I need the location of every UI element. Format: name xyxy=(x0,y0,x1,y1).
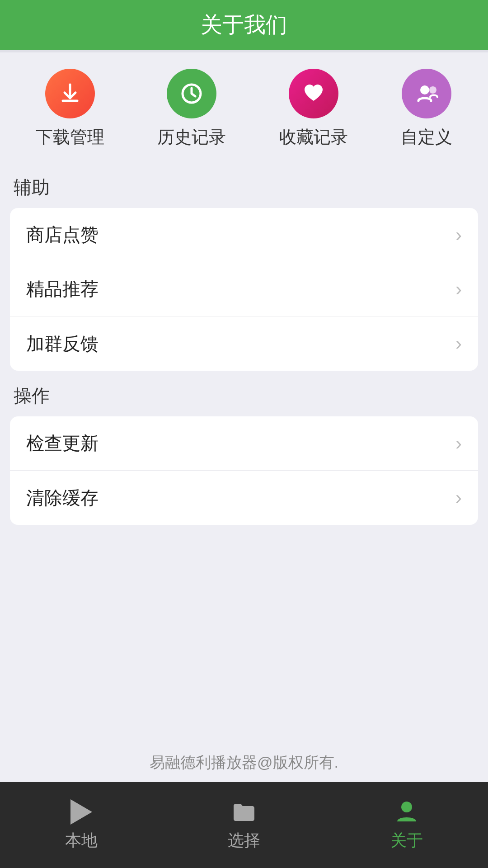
chevron-right-icon: › xyxy=(455,278,462,300)
history-label: 历史记录 xyxy=(157,126,226,149)
play-triangle-icon xyxy=(70,799,92,825)
store-like-label: 商店点赞 xyxy=(26,222,99,247)
custom-icon xyxy=(414,81,439,106)
bottom-navigation: 本地 选择 关于 xyxy=(0,782,488,868)
list-item-check-update[interactable]: 检查更新 › xyxy=(10,416,478,471)
download-icon-circle xyxy=(45,69,95,118)
chevron-right-icon: › xyxy=(455,433,462,454)
feedback-label: 加群反馈 xyxy=(26,331,99,356)
svg-point-1 xyxy=(420,85,429,94)
list-item-clear-cache[interactable]: 清除缓存 › xyxy=(10,471,478,525)
chevron-right-icon: › xyxy=(455,333,462,354)
folder-icon xyxy=(231,799,257,825)
clear-cache-label: 清除缓存 xyxy=(26,486,99,510)
quick-icons-row: 下载管理 历史记录 收藏记录 自定义 xyxy=(0,52,488,162)
section-label-auxiliary: 辅助 xyxy=(0,162,488,208)
chevron-right-icon: › xyxy=(455,224,462,246)
list-item-feedback[interactable]: 加群反馈 › xyxy=(10,316,478,371)
list-item-store-like[interactable]: 商店点赞 › xyxy=(10,208,478,262)
section-label-operations: 操作 xyxy=(0,371,488,416)
person-icon xyxy=(394,799,420,825)
favorites-icon xyxy=(301,81,326,106)
quick-icon-favorites[interactable]: 收藏记录 xyxy=(279,69,348,149)
custom-icon-circle xyxy=(402,69,451,118)
copyright-text: 易融德利播放器@版权所有. xyxy=(0,752,488,773)
quick-icon-download[interactable]: 下载管理 xyxy=(36,69,104,149)
nav-item-select[interactable]: 选择 xyxy=(163,799,325,852)
check-update-label: 检查更新 xyxy=(26,431,99,456)
svg-point-3 xyxy=(401,802,412,812)
local-nav-label: 本地 xyxy=(65,830,98,852)
recommend-label: 精品推荐 xyxy=(26,277,99,302)
custom-label: 自定义 xyxy=(401,126,452,149)
quick-icon-custom[interactable]: 自定义 xyxy=(401,69,452,149)
nav-item-local[interactable]: 本地 xyxy=(0,799,163,852)
history-icon-circle xyxy=(167,69,216,118)
select-icon xyxy=(231,799,257,825)
nav-item-about[interactable]: 关于 xyxy=(325,799,488,852)
about-icon xyxy=(394,799,420,825)
page-title: 关于我们 xyxy=(201,10,287,39)
chevron-right-icon: › xyxy=(455,487,462,509)
auxiliary-list-card: 商店点赞 › 精品推荐 › 加群反馈 › xyxy=(10,208,478,371)
about-nav-label: 关于 xyxy=(390,830,423,852)
operations-list-card: 检查更新 › 清除缓存 › xyxy=(10,416,478,525)
history-icon xyxy=(179,81,204,106)
svg-point-2 xyxy=(429,86,436,94)
select-nav-label: 选择 xyxy=(228,830,260,852)
favorites-icon-circle xyxy=(289,69,338,118)
favorites-label: 收藏记录 xyxy=(279,126,348,149)
list-item-recommend[interactable]: 精品推荐 › xyxy=(10,262,478,316)
local-icon xyxy=(68,799,94,825)
app-header: 关于我们 xyxy=(0,0,488,50)
download-label: 下载管理 xyxy=(36,126,104,149)
quick-icon-history[interactable]: 历史记录 xyxy=(157,69,226,149)
download-icon xyxy=(57,81,83,106)
